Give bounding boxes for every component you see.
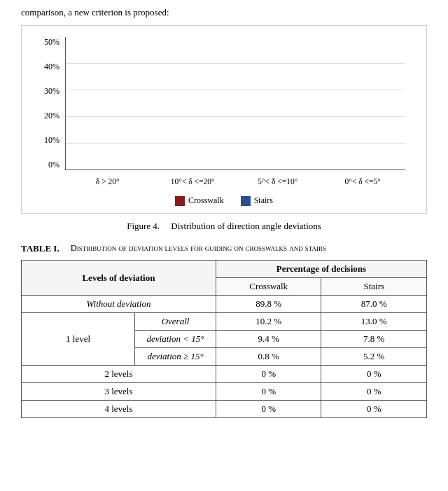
table-header-row-1: Levels of deviation Percentage of decisi… bbox=[22, 261, 427, 278]
cell-gte15-st: 5.2 % bbox=[321, 348, 427, 366]
data-table: Levels of deviation Percentage of decisi… bbox=[21, 260, 427, 418]
legend-crosswalk-icon bbox=[175, 196, 185, 206]
cell-2lv-st: 0 % bbox=[321, 366, 427, 383]
cell-1level-label: 1 level bbox=[22, 313, 135, 366]
cell-lt15-cw: 9.4 % bbox=[216, 331, 321, 348]
figure-number: Figure 4. bbox=[127, 221, 160, 231]
cell-gte15-cw: 0.8 % bbox=[216, 348, 321, 366]
cell-4lv-st: 0 % bbox=[321, 401, 427, 418]
cell-3lv-label: 3 levels bbox=[22, 383, 216, 401]
intro-text: comparison, a new criterion is proposed: bbox=[21, 7, 427, 18]
table-title-desc: Distribution of deviation levels for gui… bbox=[71, 243, 326, 254]
y-label-40: 40% bbox=[36, 62, 62, 72]
cell-2lv-cw: 0 % bbox=[216, 366, 321, 383]
cell-overall-label: Overall bbox=[135, 313, 216, 331]
figure-text: Distribution of direction angle deviatio… bbox=[171, 221, 321, 231]
y-label-10: 10% bbox=[36, 135, 62, 146]
y-label-30: 30% bbox=[36, 86, 62, 97]
figure-caption: Figure 4. Distribution of direction angl… bbox=[21, 221, 427, 232]
table-row-no-dev: Without deviation 89.8 % 87.0 % bbox=[22, 296, 427, 313]
table-title-label: TABLE I. bbox=[21, 243, 59, 254]
x-label-3: 5°< δ <=10° bbox=[235, 172, 321, 191]
table-section: TABLE I. Distribution of deviation level… bbox=[21, 243, 427, 418]
legend-crosswalk: Crosswalk bbox=[175, 195, 224, 206]
table-row-1lv-overall: 1 level Overall 10.2 % 13.0 % bbox=[22, 313, 427, 331]
y-label-0: 0% bbox=[36, 160, 62, 170]
x-label-4: 0°< δ <=5° bbox=[321, 172, 406, 191]
table-title: TABLE I. Distribution of deviation level… bbox=[21, 243, 427, 254]
cell-4lv-label: 4 levels bbox=[22, 401, 216, 418]
cell-lt15-label: deviation < 15° bbox=[135, 331, 216, 348]
cell-no-dev-cw: 89.8 % bbox=[216, 296, 321, 313]
th-crosswalk: Crosswalk bbox=[216, 278, 321, 296]
legend-stairs-icon bbox=[241, 196, 251, 206]
y-label-20: 20% bbox=[36, 111, 62, 121]
legend-crosswalk-label: Crosswalk bbox=[188, 195, 224, 206]
cell-no-dev-st: 87.0 % bbox=[321, 296, 427, 313]
cell-3lv-cw: 0 % bbox=[216, 383, 321, 401]
legend-stairs: Stairs bbox=[241, 195, 273, 206]
cell-3lv-st: 0 % bbox=[321, 383, 427, 401]
y-label-50: 50% bbox=[36, 37, 62, 48]
y-axis: 0% 10% 20% 30% 40% 50% bbox=[36, 37, 62, 170]
cell-no-dev-label: Without deviation bbox=[22, 296, 216, 313]
cell-lt15-st: 7.8 % bbox=[321, 331, 427, 348]
cell-overall-st: 13.0 % bbox=[321, 313, 427, 331]
table-row-3lv: 3 levels 0 % 0 % bbox=[22, 383, 427, 401]
cell-4lv-cw: 0 % bbox=[216, 401, 321, 418]
chart-legend: Crosswalk Stairs bbox=[36, 195, 412, 206]
x-label-2: 10°< δ <=20° bbox=[150, 172, 236, 191]
th-levels: Levels of deviation bbox=[22, 261, 216, 296]
cell-overall-cw: 10.2 % bbox=[216, 313, 321, 331]
cell-gte15-label: deviation ≥ 15° bbox=[135, 348, 216, 366]
x-label-1: δ > 20° bbox=[65, 172, 150, 191]
table-row-4lv: 4 levels 0 % 0 % bbox=[22, 401, 427, 418]
th-pct: Percentage of decisions bbox=[216, 261, 426, 278]
bars-area bbox=[65, 37, 405, 170]
cell-2lv-label: 2 levels bbox=[22, 366, 216, 383]
chart-area: 0% 10% 20% 30% 40% 50% bbox=[36, 37, 412, 191]
table-row-2lv: 2 levels 0 % 0 % bbox=[22, 366, 427, 383]
th-stairs: Stairs bbox=[321, 278, 427, 296]
x-axis: δ > 20° 10°< δ <=20° 5°< δ <=10° 0°< δ <… bbox=[65, 172, 405, 191]
chart-container: 0% 10% 20% 30% 40% 50% bbox=[21, 25, 427, 214]
legend-stairs-label: Stairs bbox=[254, 195, 273, 206]
